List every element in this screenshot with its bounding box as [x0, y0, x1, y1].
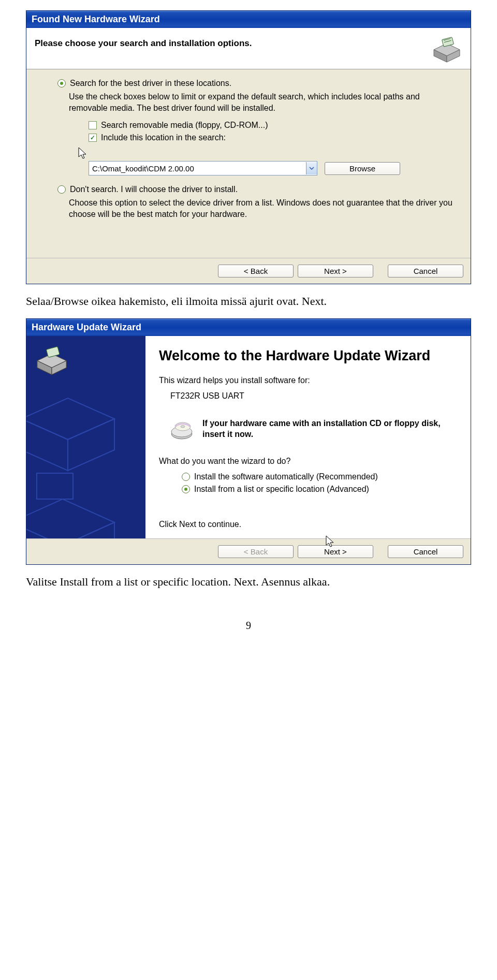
cd-hint-text: If your hardware came with an installati…: [202, 418, 457, 440]
svg-marker-15: [63, 522, 114, 538]
button-bar: < Back Next > Cancel: [26, 258, 471, 284]
title-text: Hardware Update Wizard: [32, 322, 141, 333]
svg-rect-3: [442, 37, 454, 47]
opt1-description: Use the check boxes below to limit or ex…: [69, 91, 455, 113]
svg-rect-9: [46, 347, 60, 358]
radio-group: Install the software automatically (Reco…: [182, 472, 457, 494]
svg-marker-11: [26, 419, 68, 471]
check-removable-media[interactable]: Search removable media (floppy, CD-ROM..…: [89, 121, 455, 130]
radio-dont-search[interactable]: Don't search. I will choose the driver t…: [57, 185, 455, 194]
opt2-description: Choose this option to select the device …: [69, 197, 455, 220]
next-button[interactable]: Next >: [298, 265, 373, 277]
body-panel: Search for the best driver in these loca…: [26, 69, 471, 258]
back-button: < Back: [218, 545, 294, 558]
combo-dropdown-button[interactable]: [306, 162, 317, 174]
radio-label: Install the software automatically (Reco…: [194, 472, 378, 481]
title-text: Found New Hardware Wizard: [32, 14, 160, 25]
hardware-update-dialog: Hardware Update Wizard: [26, 318, 471, 564]
svg-marker-10: [26, 398, 114, 440]
checkbox-icon: [89, 134, 97, 142]
svg-marker-12: [68, 419, 114, 471]
wizard-sidebar: [26, 336, 145, 538]
hardware-icon: [431, 34, 462, 63]
hardware-icon: [34, 343, 70, 375]
titlebar[interactable]: Found New Hardware Wizard: [26, 11, 471, 28]
cursor-icon: [77, 147, 89, 161]
titlebar[interactable]: Hardware Update Wizard: [26, 319, 471, 336]
header-panel: Please choose your search and installati…: [26, 28, 471, 69]
caption-1: Selaa/Browse oikea hakemisto, eli ilmoit…: [26, 295, 471, 308]
button-bar: < Back Next > Cancel: [26, 538, 471, 564]
cancel-button[interactable]: Cancel: [388, 545, 463, 558]
cd-icon: [170, 418, 195, 441]
caption-2: Valitse Install from a list or specific …: [26, 575, 471, 589]
page-number: 9: [26, 620, 471, 632]
radio-icon: [57, 79, 66, 87]
radio-icon: [182, 473, 190, 481]
wizard-body: Welcome to the Hardware Update Wizard Th…: [26, 336, 471, 538]
chevron-down-icon: [309, 167, 314, 170]
question-text: What do you want the wizard to do?: [159, 457, 457, 466]
svg-point-21: [181, 426, 185, 428]
cd-hint-row: If your hardware came with an installati…: [170, 418, 457, 441]
radio-label: Search for the best driver in these loca…: [70, 79, 231, 88]
svg-rect-16: [37, 473, 73, 499]
wizard-main: Welcome to the Hardware Update Wizard Th…: [145, 336, 471, 538]
cancel-button[interactable]: Cancel: [388, 265, 463, 277]
header-text: Please choose your search and installati…: [35, 34, 252, 49]
svg-marker-13: [26, 499, 114, 538]
click-next-text: Click Next to continue.: [159, 520, 457, 529]
radio-search-best[interactable]: Search for the best driver in these loca…: [57, 79, 455, 88]
radio-label: Don't search. I will choose the driver t…: [70, 185, 238, 194]
checkbox-icon: [89, 121, 97, 129]
svg-marker-14: [26, 522, 63, 538]
radio-icon: [57, 185, 66, 194]
path-row: C:\Omat_koodit\CDM 2.00.00 Browse: [89, 161, 455, 175]
radio-icon: [182, 485, 190, 493]
radio-install-auto[interactable]: Install the software automatically (Reco…: [182, 472, 457, 481]
radio-install-from-list[interactable]: Install from a list or specific location…: [182, 485, 457, 494]
checkbox-label: Include this location in the search:: [101, 133, 226, 142]
welcome-title: Welcome to the Hardware Update Wizard: [159, 347, 457, 364]
location-value: C:\Omat_koodit\CDM 2.00.00: [89, 164, 306, 173]
intro-text: This wizard helps you install software f…: [159, 376, 457, 385]
radio-label: Install from a list or specific location…: [194, 485, 369, 494]
check-include-location[interactable]: Include this location in the search:: [89, 133, 455, 142]
device-name: FT232R USB UART: [170, 391, 457, 401]
back-button[interactable]: < Back: [218, 265, 294, 277]
checkbox-label: Search removable media (floppy, CD-ROM..…: [101, 121, 268, 130]
found-new-hardware-dialog: Found New Hardware Wizard Please choose …: [26, 10, 471, 284]
location-combo[interactable]: C:\Omat_koodit\CDM 2.00.00: [89, 161, 317, 175]
decorative-shapes: [26, 388, 145, 538]
browse-button[interactable]: Browse: [325, 162, 400, 175]
cursor-icon: [325, 535, 336, 549]
